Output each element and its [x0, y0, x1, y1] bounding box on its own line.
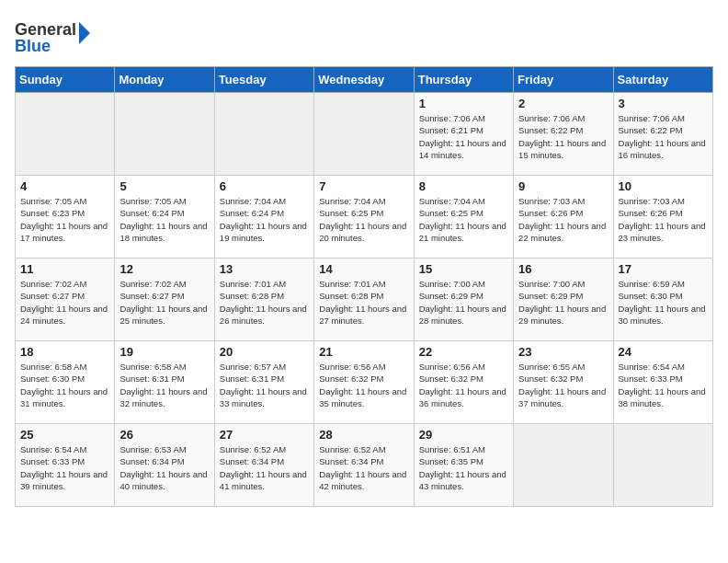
day-info: Sunrise: 7:02 AM Sunset: 6:27 PM Dayligh…	[119, 278, 209, 327]
day-cell: 9Sunrise: 7:03 AM Sunset: 6:26 PM Daylig…	[514, 176, 613, 259]
day-number: 7	[319, 179, 408, 193]
day-cell: 3Sunrise: 7:06 AM Sunset: 6:22 PM Daylig…	[613, 93, 712, 176]
day-number: 23	[518, 345, 608, 359]
column-header-thursday: Thursday	[414, 67, 513, 93]
day-number: 17	[619, 262, 708, 276]
week-row-3: 11Sunrise: 7:02 AM Sunset: 6:27 PM Dayli…	[16, 259, 713, 341]
day-info: Sunrise: 6:56 AM Sunset: 6:32 PM Dayligh…	[319, 361, 408, 409]
day-info: Sunrise: 7:00 AM Sunset: 6:29 PM Dayligh…	[419, 278, 508, 327]
logo-icon: GeneralBlue	[15, 15, 97, 59]
day-info: Sunrise: 7:06 AM Sunset: 6:21 PM Dayligh…	[419, 112, 508, 161]
day-info: Sunrise: 6:58 AM Sunset: 6:31 PM Dayligh…	[119, 361, 209, 409]
day-cell: 25Sunrise: 6:54 AM Sunset: 6:33 PM Dayli…	[16, 424, 115, 507]
day-cell: 12Sunrise: 7:02 AM Sunset: 6:27 PM Dayli…	[115, 259, 214, 341]
day-cell	[16, 93, 115, 176]
day-info: Sunrise: 7:04 AM Sunset: 6:24 PM Dayligh…	[220, 195, 309, 244]
column-header-saturday: Saturday	[613, 67, 712, 93]
day-info: Sunrise: 7:06 AM Sunset: 6:22 PM Dayligh…	[619, 112, 708, 161]
day-cell: 21Sunrise: 6:56 AM Sunset: 6:32 PM Dayli…	[314, 341, 414, 424]
day-cell: 14Sunrise: 7:01 AM Sunset: 6:28 PM Dayli…	[314, 259, 414, 341]
day-cell: 26Sunrise: 6:53 AM Sunset: 6:34 PM Dayli…	[115, 424, 214, 507]
day-cell: 23Sunrise: 6:55 AM Sunset: 6:32 PM Dayli…	[514, 341, 613, 424]
day-number: 15	[419, 262, 508, 276]
day-info: Sunrise: 6:52 AM Sunset: 6:34 PM Dayligh…	[319, 443, 408, 492]
day-cell: 10Sunrise: 7:03 AM Sunset: 6:26 PM Dayli…	[613, 176, 712, 259]
column-header-sunday: Sunday	[16, 67, 115, 93]
day-cell	[514, 424, 613, 507]
day-cell: 1Sunrise: 7:06 AM Sunset: 6:21 PM Daylig…	[414, 93, 513, 176]
day-number: 20	[220, 345, 309, 359]
day-cell: 17Sunrise: 6:59 AM Sunset: 6:30 PM Dayli…	[613, 259, 712, 341]
day-info: Sunrise: 6:59 AM Sunset: 6:30 PM Dayligh…	[619, 278, 708, 327]
day-number: 19	[119, 345, 209, 359]
day-number: 27	[220, 428, 309, 442]
day-number: 4	[20, 179, 109, 193]
day-number: 14	[319, 262, 408, 276]
day-number: 9	[518, 179, 608, 193]
day-info: Sunrise: 6:53 AM Sunset: 6:34 PM Dayligh…	[119, 443, 209, 492]
day-cell	[214, 93, 313, 176]
day-number: 11	[20, 262, 109, 276]
day-cell: 29Sunrise: 6:51 AM Sunset: 6:35 PM Dayli…	[414, 424, 513, 507]
day-info: Sunrise: 6:51 AM Sunset: 6:35 PM Dayligh…	[419, 443, 508, 492]
day-info: Sunrise: 7:04 AM Sunset: 6:25 PM Dayligh…	[319, 195, 408, 244]
day-info: Sunrise: 7:06 AM Sunset: 6:22 PM Dayligh…	[518, 112, 608, 161]
week-row-1: 1Sunrise: 7:06 AM Sunset: 6:21 PM Daylig…	[16, 93, 713, 176]
day-info: Sunrise: 6:56 AM Sunset: 6:32 PM Dayligh…	[419, 361, 508, 409]
day-info: Sunrise: 7:01 AM Sunset: 6:28 PM Dayligh…	[319, 278, 408, 327]
day-cell: 2Sunrise: 7:06 AM Sunset: 6:22 PM Daylig…	[514, 93, 613, 176]
day-info: Sunrise: 6:58 AM Sunset: 6:30 PM Dayligh…	[20, 361, 109, 409]
day-number: 6	[220, 179, 309, 193]
svg-text:Blue: Blue	[15, 37, 51, 55]
day-info: Sunrise: 7:04 AM Sunset: 6:25 PM Dayligh…	[419, 195, 508, 244]
week-row-5: 25Sunrise: 6:54 AM Sunset: 6:33 PM Dayli…	[16, 424, 713, 507]
day-cell: 5Sunrise: 7:05 AM Sunset: 6:24 PM Daylig…	[115, 176, 214, 259]
day-number: 24	[619, 345, 708, 359]
calendar-body: 1Sunrise: 7:06 AM Sunset: 6:21 PM Daylig…	[16, 93, 713, 507]
day-info: Sunrise: 7:00 AM Sunset: 6:29 PM Dayligh…	[518, 278, 608, 327]
day-cell: 28Sunrise: 6:52 AM Sunset: 6:34 PM Dayli…	[314, 424, 414, 507]
day-number: 18	[20, 345, 109, 359]
day-info: Sunrise: 7:03 AM Sunset: 6:26 PM Dayligh…	[518, 195, 608, 244]
day-number: 5	[119, 179, 209, 193]
day-info: Sunrise: 6:54 AM Sunset: 6:33 PM Dayligh…	[20, 443, 109, 492]
header-row: SundayMondayTuesdayWednesdayThursdayFrid…	[16, 67, 713, 93]
day-cell: 18Sunrise: 6:58 AM Sunset: 6:30 PM Dayli…	[16, 341, 115, 424]
day-cell: 13Sunrise: 7:01 AM Sunset: 6:28 PM Dayli…	[214, 259, 313, 341]
day-number: 10	[619, 179, 708, 193]
column-header-monday: Monday	[115, 67, 214, 93]
page-header: GeneralBlue	[15, 15, 713, 59]
day-number: 3	[619, 97, 708, 110]
day-cell	[314, 93, 414, 176]
day-cell: 11Sunrise: 7:02 AM Sunset: 6:27 PM Dayli…	[16, 259, 115, 341]
day-info: Sunrise: 6:55 AM Sunset: 6:32 PM Dayligh…	[518, 361, 608, 409]
week-row-4: 18Sunrise: 6:58 AM Sunset: 6:30 PM Dayli…	[16, 341, 713, 424]
svg-text:General: General	[15, 20, 76, 39]
day-info: Sunrise: 6:54 AM Sunset: 6:33 PM Dayligh…	[619, 361, 708, 409]
day-cell: 4Sunrise: 7:05 AM Sunset: 6:23 PM Daylig…	[16, 176, 115, 259]
column-header-friday: Friday	[514, 67, 613, 93]
day-number: 25	[20, 428, 109, 442]
day-info: Sunrise: 7:03 AM Sunset: 6:26 PM Dayligh…	[619, 195, 708, 244]
week-row-2: 4Sunrise: 7:05 AM Sunset: 6:23 PM Daylig…	[16, 176, 713, 259]
day-number: 1	[419, 97, 508, 110]
day-cell	[613, 424, 712, 507]
day-info: Sunrise: 7:05 AM Sunset: 6:23 PM Dayligh…	[20, 195, 109, 244]
day-info: Sunrise: 7:02 AM Sunset: 6:27 PM Dayligh…	[20, 278, 109, 327]
day-cell: 16Sunrise: 7:00 AM Sunset: 6:29 PM Dayli…	[514, 259, 613, 341]
calendar-header: SundayMondayTuesdayWednesdayThursdayFrid…	[16, 67, 713, 93]
day-number: 22	[419, 345, 508, 359]
day-cell: 7Sunrise: 7:04 AM Sunset: 6:25 PM Daylig…	[314, 176, 414, 259]
day-cell: 6Sunrise: 7:04 AM Sunset: 6:24 PM Daylig…	[214, 176, 313, 259]
day-number: 26	[119, 428, 209, 442]
day-info: Sunrise: 7:05 AM Sunset: 6:24 PM Dayligh…	[119, 195, 209, 244]
column-header-wednesday: Wednesday	[314, 67, 414, 93]
day-number: 21	[319, 345, 408, 359]
day-number: 12	[119, 262, 209, 276]
day-number: 2	[518, 97, 608, 110]
day-cell: 24Sunrise: 6:54 AM Sunset: 6:33 PM Dayli…	[613, 341, 712, 424]
calendar-table: SundayMondayTuesdayWednesdayThursdayFrid…	[15, 66, 713, 507]
day-cell: 8Sunrise: 7:04 AM Sunset: 6:25 PM Daylig…	[414, 176, 513, 259]
day-info: Sunrise: 6:57 AM Sunset: 6:31 PM Dayligh…	[220, 361, 309, 409]
day-cell: 22Sunrise: 6:56 AM Sunset: 6:32 PM Dayli…	[414, 341, 513, 424]
